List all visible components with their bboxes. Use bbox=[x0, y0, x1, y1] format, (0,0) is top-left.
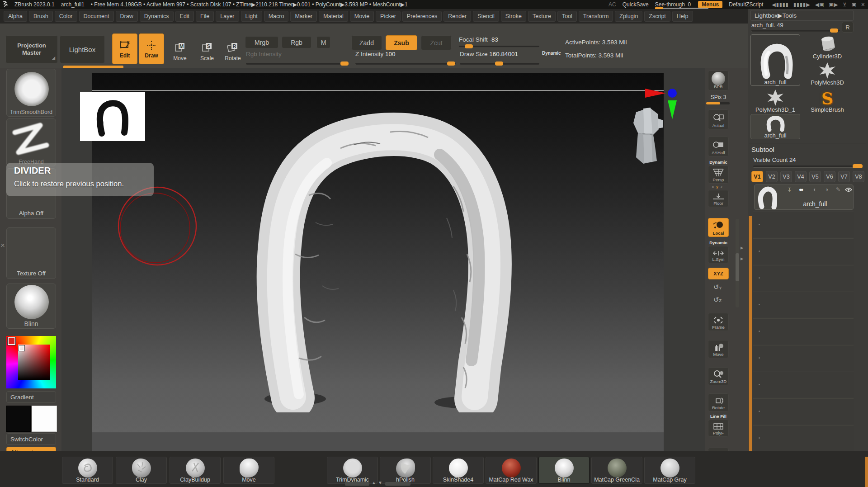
color-picker[interactable] bbox=[6, 336, 56, 388]
menu-item[interactable]: Help bbox=[672, 11, 693, 22]
floor-axis-letters[interactable]: xyz bbox=[707, 184, 730, 189]
tool-slot-arch-full-2[interactable]: arch_full bbox=[750, 114, 800, 139]
rotate-button[interactable]: R Rotate bbox=[221, 42, 245, 61]
brush-tile[interactable]: TrimDynamic bbox=[327, 457, 378, 484]
subtool-eye-icon[interactable] bbox=[845, 187, 852, 192]
tool-slot-arch-full[interactable]: arch_full bbox=[750, 34, 800, 86]
focal-shift-handle[interactable] bbox=[465, 44, 473, 48]
line-fill-label[interactable]: Line Fill bbox=[706, 414, 731, 419]
rgb-intensity-handle[interactable] bbox=[340, 61, 349, 66]
menu-item[interactable]: Document bbox=[79, 11, 114, 22]
z-intensity-track[interactable] bbox=[355, 63, 456, 65]
material-tile[interactable]: MatCap Gray bbox=[644, 457, 695, 484]
aahalf-button[interactable]: AAHalf bbox=[708, 137, 729, 156]
current-stroke-slot[interactable]: FreeHand bbox=[6, 118, 56, 166]
subtool-empty-slot[interactable] bbox=[753, 425, 854, 451]
right-tray-toggle-icon[interactable]: ▮▮▮▮▶ bbox=[793, 2, 811, 8]
rgb-intensity-slider[interactable]: Rgb Intensity bbox=[246, 51, 282, 57]
current-material-slot[interactable]: Blinn bbox=[6, 284, 56, 329]
rotate-canvas-button[interactable]: Rotate bbox=[708, 393, 729, 411]
current-brush-slot[interactable]: TrimSmoothBord bbox=[6, 69, 56, 117]
visible-count-track[interactable] bbox=[753, 165, 863, 167]
z-intensity-slider[interactable]: Z Intensity 100 bbox=[355, 51, 396, 57]
zcut-button[interactable]: Zcut bbox=[421, 35, 452, 50]
see-through-slider[interactable]: See-through 0 bbox=[655, 1, 691, 8]
zoom3d-button[interactable]: Zoom3D bbox=[708, 367, 729, 385]
lightbox-tools-header[interactable]: Lightbox▶Tools bbox=[750, 10, 854, 21]
current-tool-handle[interactable] bbox=[830, 28, 838, 33]
tool-slot-cylinder3d[interactable]: Cylinder3D bbox=[802, 34, 853, 60]
menu-item[interactable]: Edit bbox=[175, 11, 194, 22]
menu-item[interactable]: Marker bbox=[290, 11, 317, 22]
menu-item[interactable]: Transform bbox=[579, 11, 613, 22]
menu-item[interactable]: Zscript bbox=[644, 11, 670, 22]
spix-track[interactable] bbox=[706, 102, 730, 104]
dynamic-persp-label[interactable]: Dynamic bbox=[706, 160, 731, 165]
frame-button[interactable]: Frame bbox=[708, 313, 729, 331]
subtool-scrollbar[interactable] bbox=[749, 216, 752, 487]
quicksave-button[interactable]: QuickSave bbox=[623, 1, 649, 8]
subtool-paint-toggle-icon[interactable]: ●● bbox=[799, 187, 802, 192]
subtool-visibility-icon[interactable]: ↧ bbox=[787, 187, 792, 193]
document-canvas[interactable] bbox=[92, 73, 664, 451]
subtool-empty-slot[interactable] bbox=[753, 212, 854, 237]
subtool-empty-slot[interactable] bbox=[753, 292, 854, 317]
rgb-intensity-track[interactable] bbox=[246, 63, 348, 65]
menu-item[interactable]: Stroke bbox=[501, 11, 526, 22]
close-icon[interactable]: × bbox=[861, 1, 865, 8]
visible-count-slider[interactable]: Visible Count 24 bbox=[753, 156, 796, 163]
menus-button[interactable]: Menus bbox=[698, 1, 722, 8]
menu-item[interactable]: Stencil bbox=[473, 11, 499, 22]
material-tile[interactable]: MatCap GreenCla bbox=[591, 457, 642, 484]
subtool-tab-v5[interactable]: V5 bbox=[809, 171, 821, 182]
polyf-button[interactable]: PolyF bbox=[708, 420, 729, 437]
menu-item[interactable]: Color bbox=[55, 11, 77, 22]
subtool-contrast-toggle-icon[interactable]: ◑ bbox=[825, 186, 828, 193]
spix-slider[interactable]: SPix 3 bbox=[706, 94, 731, 100]
move-canvas-button[interactable]: Move bbox=[708, 340, 729, 358]
actual-button[interactable]: Actual bbox=[708, 109, 729, 129]
draw-size-handle[interactable] bbox=[495, 61, 503, 66]
subtool-empty-slot[interactable] bbox=[753, 345, 854, 371]
brush-tile[interactable]: ClayBuildup bbox=[170, 457, 221, 484]
current-tool-track[interactable] bbox=[751, 30, 840, 32]
tray-scroll-down-icon[interactable]: ▼ bbox=[378, 480, 382, 485]
focal-shift-slider[interactable]: Focal Shift -83 bbox=[459, 36, 498, 43]
subtool-empty-slot[interactable] bbox=[753, 372, 854, 397]
floor-button[interactable]: Floor bbox=[708, 190, 729, 207]
menu-item[interactable]: Movie bbox=[350, 11, 374, 22]
tray-scrollbar[interactable] bbox=[345, 482, 369, 486]
zsub-button[interactable]: Zsub bbox=[386, 35, 417, 50]
subtool-half-toggle-icon[interactable]: ◐ bbox=[813, 186, 816, 193]
subtool-section-title[interactable]: Subtool bbox=[751, 146, 774, 153]
menu-item[interactable]: Picker bbox=[376, 11, 401, 22]
right-divider-arrow[interactable]: ▸ bbox=[741, 244, 744, 251]
subtool-tab-v4[interactable]: V4 bbox=[795, 171, 807, 182]
subtool-empty-slot[interactable] bbox=[753, 398, 854, 424]
menu-item[interactable]: Render bbox=[443, 11, 471, 22]
canvas-viewport[interactable] bbox=[61, 68, 705, 451]
menu-item[interactable]: Tool bbox=[557, 11, 577, 22]
edit-button[interactable]: Edit bbox=[112, 33, 137, 64]
move-button[interactable]: M Move bbox=[168, 42, 192, 61]
lsym-button[interactable]: L.Sym bbox=[708, 246, 729, 263]
current-texture-slot[interactable]: Texture Off bbox=[6, 227, 56, 279]
menu-item[interactable]: Light bbox=[241, 11, 262, 22]
next-window-icon[interactable]: ▣▶ bbox=[829, 2, 838, 8]
mrgb-button[interactable]: Mrgb bbox=[245, 36, 278, 48]
menu-item[interactable]: File bbox=[196, 11, 214, 22]
subtool-tab-v2[interactable]: V2 bbox=[766, 171, 778, 182]
prev-window-icon[interactable]: ◀▣ bbox=[815, 2, 825, 8]
subtool-empty-slot[interactable] bbox=[753, 265, 854, 291]
switch-color-button[interactable]: SwitchColor bbox=[6, 433, 56, 445]
shelf-scrollbar-track[interactable] bbox=[736, 219, 739, 307]
default-zscript-button[interactable]: DefaultZScript bbox=[729, 1, 763, 8]
menu-item[interactable]: Brush bbox=[29, 11, 53, 22]
brush-tile[interactable]: Standard bbox=[62, 457, 113, 484]
menu-item[interactable]: Alpha bbox=[4, 11, 27, 22]
left-divider-handle[interactable]: × bbox=[0, 241, 5, 250]
dynamic-toggle[interactable]: Dynamic bbox=[542, 51, 561, 56]
menu-item[interactable]: Macro bbox=[264, 11, 289, 22]
material-tile[interactable]: MatCap Red Wax bbox=[486, 457, 537, 484]
tool-slot-simplebrush[interactable]: S SimpleBrush bbox=[802, 88, 853, 113]
